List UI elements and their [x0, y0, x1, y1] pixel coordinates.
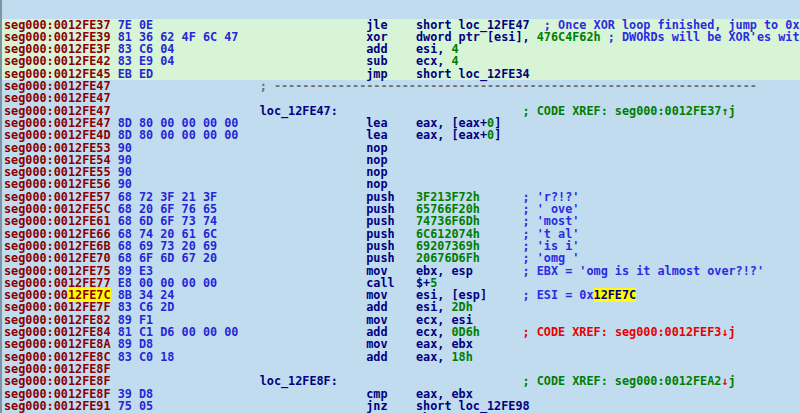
number-literal[interactable]: 18h [452, 350, 473, 364]
separator-line[interactable]: ; --------------------------------------… [260, 79, 757, 93]
highlighted-value[interactable]: 12FE7C [594, 288, 637, 302]
disassembly-view[interactable]: seg000:0012FE37 7E 0E jle short loc_12FE… [0, 0, 800, 413]
disassembly-lines: seg000:0012FE37 7E 0E jle short loc_12FE… [2, 19, 800, 413]
operand[interactable]: eax, [416, 350, 452, 364]
xref-comment[interactable]: ; CODE XREF: seg000:0012FEA2 [523, 374, 722, 388]
comment[interactable]: ; ESI = 0x [523, 288, 594, 302]
xref-comment-red[interactable]: ↓ [721, 374, 728, 388]
operand[interactable]: eax, [eax+ [416, 128, 487, 142]
xref-comment-red[interactable]: ; CODE XREF: seg000:0012FEF3↓j [523, 325, 736, 339]
mnemonic[interactable]: add [366, 350, 387, 364]
xref-comment[interactable]: j [729, 374, 736, 388]
comment[interactable]: ; EBX = 'omg is it almost over?!?' [523, 264, 764, 278]
comment[interactable]: ; DWORDs will be XOR'es with 0x476C4F62 [608, 30, 800, 44]
number-literal[interactable]: 476C4F62h [537, 30, 601, 44]
operand[interactable]: ] [494, 128, 501, 142]
xref-comment[interactable]: ; CODE XREF: seg000:0012FE37↑j [523, 104, 736, 118]
disasm-line[interactable]: seg000:0012FE47 ; ----------------------… [2, 80, 800, 92]
opcode-bytes[interactable]: 83 C0 18 [118, 350, 175, 364]
disasm-line[interactable]: seg000:0012FE8C 83 C0 18 add eax, 18h [2, 351, 800, 363]
